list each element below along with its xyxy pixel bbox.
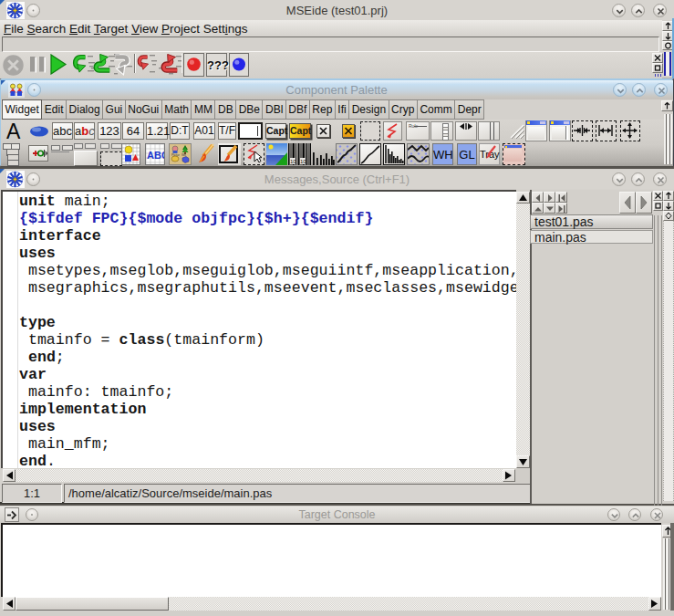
- svg-text:10: 10: [300, 159, 306, 164]
- svg-text:Wil: Wil: [181, 153, 186, 157]
- svg-text:Pictur: Pictur: [171, 153, 181, 157]
- svg-text:ABC: ABC: [147, 150, 164, 161]
- svg-text:10: 10: [290, 159, 296, 164]
